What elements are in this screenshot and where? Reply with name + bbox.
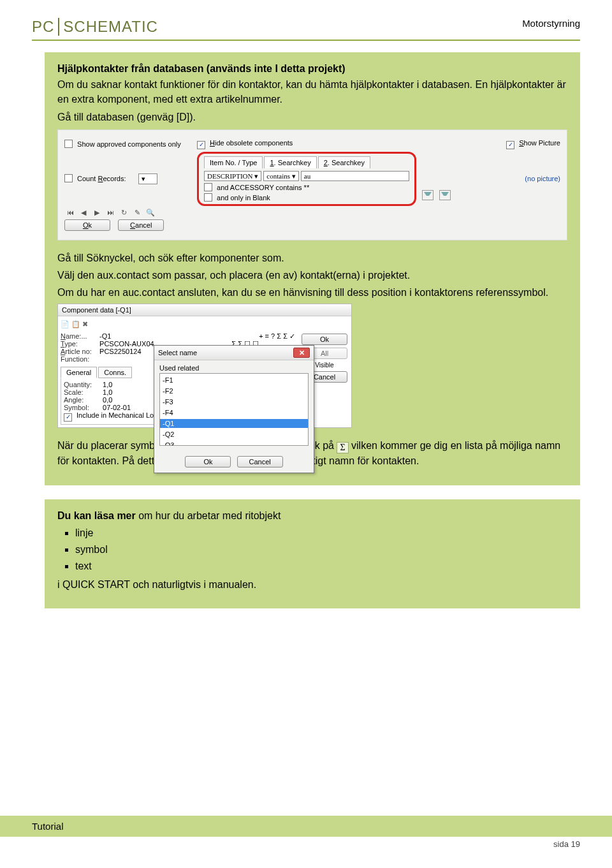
component-data-title: Component data [-Q1]	[58, 304, 351, 316]
count-records-combo[interactable]	[138, 173, 157, 184]
read-more-tail: i QUICK START och naturligtvis i manuale…	[57, 577, 567, 592]
filter-selected-icon[interactable]	[439, 190, 451, 200]
select-name-popup: Select name ✕ Used related -F1-F2-F3-F4-…	[154, 345, 314, 473]
include-mech-checkbox[interactable]: ✓	[64, 413, 72, 422]
name-list-item[interactable]: -F2	[160, 386, 308, 395]
name-list-item[interactable]: -Q2	[160, 430, 308, 439]
read-more-lead-b: om hur du arbetar med ritobjekt	[136, 510, 281, 521]
popup-cancel-button[interactable]: Cancel	[237, 456, 283, 467]
show-picture-label: Show Picture	[519, 139, 560, 147]
and-only-blank-label: and only in Blank	[217, 194, 270, 202]
section-p5: Om du har en auc.contact ansluten, kan d…	[57, 285, 567, 300]
section-title: Hjälpkontakter från databasen (används i…	[57, 61, 567, 76]
function-label: Function:	[61, 355, 98, 363]
search-query-input[interactable]: au	[301, 171, 409, 181]
edit-icon[interactable]: ✎	[133, 209, 142, 217]
tab-searchkey-2[interactable]: 2. Searchkey	[318, 156, 370, 168]
cd-top-icons: 📄 📋 ✖	[61, 320, 349, 328]
type-value[interactable]: PCSCON-AUX04	[99, 340, 154, 348]
show-approved-checkbox[interactable]	[64, 140, 73, 148]
name-value[interactable]: -Q1	[99, 332, 111, 340]
used-related-label: Used related	[159, 364, 309, 372]
article-value[interactable]: PCS2250124	[99, 348, 141, 355]
and-accessory-checkbox[interactable]	[204, 183, 212, 191]
popup-ok-button[interactable]: Ok	[185, 456, 231, 467]
popup-title: Select name	[158, 349, 197, 357]
include-mech-label: Include in Mechanical Loa	[76, 411, 157, 419]
ok-button[interactable]: Ok	[64, 219, 110, 231]
no-picture-label: (no picture)	[525, 175, 560, 182]
count-records-checkbox[interactable]	[64, 174, 73, 182]
name-list-item[interactable]: -F4	[160, 408, 308, 417]
section-p1: Om du saknar kontakt funktioner för din …	[57, 77, 567, 107]
angle-value[interactable]: 0,0	[103, 396, 112, 404]
scale-value[interactable]: 1,0	[103, 388, 112, 396]
logo-divider	[58, 18, 59, 36]
cancel-button[interactable]: Cancel	[118, 219, 164, 231]
sigma-icon: Σ	[337, 442, 348, 453]
find-icon[interactable]: 🔍	[146, 209, 155, 217]
and-only-blank-checkbox[interactable]	[204, 193, 212, 202]
name-list-item[interactable]: -Q1	[160, 419, 308, 428]
quantity-value[interactable]: 1,0	[103, 381, 112, 388]
symbol-value[interactable]: 07-02-01	[103, 404, 131, 411]
logo: PCSCHEMATIC	[32, 18, 158, 36]
read-more-item: text	[75, 559, 567, 573]
angle-label: Angle:	[64, 396, 101, 404]
component-data-dialog: Component data [-Q1] 📄 📋 ✖ Name:... -Q1 …	[57, 304, 352, 428]
section-p4: Välj den aux.contact som passar, och pla…	[57, 268, 567, 283]
read-more-item: linje	[75, 526, 567, 540]
last-icon[interactable]: ⏭	[106, 209, 115, 216]
database-dialog: Show approved components only ✓ Hide obs…	[57, 129, 567, 240]
first-icon[interactable]: ⏮	[66, 209, 75, 216]
quantity-label: Quantity:	[64, 381, 101, 388]
search-op-combo[interactable]: contains	[263, 171, 298, 181]
and-accessory-label: and ACCESSORY contains **	[217, 184, 309, 191]
name-list-item[interactable]: -F1	[160, 376, 308, 385]
section-aux-contacts: Hjälpkontakter från databasen (används i…	[45, 52, 580, 485]
read-more-item: symbol	[75, 542, 567, 557]
read-more-lead: Du kan läsa mer om hur du arbetar med ri…	[57, 508, 567, 523]
search-highlight-ring: Item No. / Type 1. Searchkey 2. Searchke…	[197, 152, 416, 206]
page-number: sida 19	[0, 837, 612, 849]
count-records-label: Count Records:	[77, 175, 126, 182]
hide-obsolete-checkbox[interactable]: ✓	[197, 141, 205, 149]
refresh-icon[interactable]: ↻	[119, 209, 128, 217]
tab-conns[interactable]: Conns.	[98, 367, 132, 378]
section-p2: Gå till databasen (genväg [D]).	[57, 110, 567, 124]
document-title: Motorstyrning	[522, 18, 580, 29]
filter-icon[interactable]	[422, 190, 433, 200]
read-more-lead-a: Du kan läsa mer	[57, 510, 136, 521]
name-list[interactable]: -F1-F2-F3-F4-Q1-Q2-Q3-Q4	[159, 373, 309, 446]
name-label: Name:...	[61, 332, 98, 340]
next-icon[interactable]: ▶	[92, 209, 101, 217]
scale-label: Scale:	[64, 388, 101, 396]
hide-obsolete-label: Hide obsolete components	[210, 139, 293, 147]
section-p3: Gå till Söknyckel, och sök efter kompone…	[57, 251, 567, 265]
section-read-more: Du kan läsa mer om hur du arbetar med ri…	[45, 499, 580, 609]
logo-part-a: PC	[32, 18, 54, 35]
tab-item-no[interactable]: Item No. / Type	[204, 156, 263, 168]
show-approved-label: Show approved components only	[77, 140, 181, 148]
name-list-item[interactable]: -F3	[160, 397, 308, 406]
nav-toolbar: ⏮ ◀ ▶ ⏭ ↻ ✎ 🔍	[64, 209, 192, 217]
type-label: Type:	[61, 340, 98, 348]
prev-icon[interactable]: ◀	[79, 209, 88, 217]
tab-general[interactable]: General	[61, 367, 97, 378]
tab-searchkey-1[interactable]: 1. Searchkey	[264, 156, 316, 168]
logo-part-b: SCHEMATIC	[63, 18, 158, 35]
name-list-item[interactable]: -Q3	[160, 441, 308, 446]
article-label: Article no:	[61, 348, 98, 355]
read-more-list: linjesymboltext	[57, 526, 567, 574]
popup-close-button[interactable]: ✕	[293, 348, 310, 358]
cd-ok-button[interactable]: Ok	[302, 334, 347, 345]
search-field-combo[interactable]: DESCRIPTION	[204, 171, 261, 181]
show-picture-checkbox[interactable]: ✓	[506, 141, 514, 149]
footer-tutorial: Tutorial	[0, 816, 612, 837]
symbol-label: Symbol:	[64, 404, 101, 411]
